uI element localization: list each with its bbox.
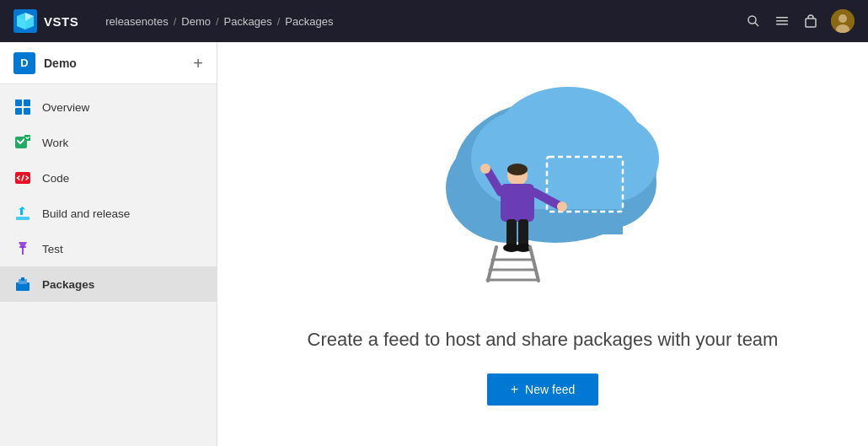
svg-point-41 (557, 202, 567, 212)
search-icon[interactable] (745, 13, 762, 30)
code-icon (13, 169, 32, 187)
project-icon: D (13, 52, 35, 74)
svg-point-39 (480, 164, 490, 174)
sidebar: D Demo + Overview Work (0, 42, 217, 446)
code-label: Code (42, 172, 69, 185)
work-icon (13, 133, 32, 152)
sidebar-item-packages[interactable]: Packages (0, 266, 217, 302)
breadcrumb: releasenotes / Demo / Packages / Package… (105, 15, 735, 28)
app-title: VSTS (44, 14, 78, 29)
top-nav: VSTS releasenotes / Demo / Packages / Pa… (0, 0, 868, 42)
new-feed-label: New feed (525, 383, 575, 396)
work-label: Work (42, 137, 68, 149)
overview-icon (13, 98, 32, 116)
svg-line-5 (755, 23, 758, 26)
breadcrumb-releasenotes[interactable]: releasenotes (105, 15, 168, 28)
logo[interactable]: VSTS (13, 9, 78, 33)
svg-rect-9 (806, 19, 816, 27)
svg-rect-8 (776, 24, 788, 25)
svg-rect-13 (15, 99, 22, 106)
svg-rect-25 (21, 277, 24, 281)
packages-icon (13, 275, 32, 293)
breadcrumb-packages2[interactable]: Packages (285, 15, 333, 28)
svg-point-4 (748, 16, 756, 24)
svg-point-36 (507, 164, 528, 175)
sidebar-item-overview[interactable]: Overview (0, 89, 217, 125)
tagline: Create a feed to host and share packages… (308, 327, 779, 353)
project-name: Demo (44, 56, 77, 70)
breadcrumb-packages1[interactable]: Packages (224, 15, 272, 28)
top-nav-icons (745, 9, 855, 33)
breadcrumb-demo[interactable]: Demo (181, 15, 211, 28)
sidebar-nav: Overview Work Code Buil (0, 84, 217, 307)
sidebar-header: D Demo + (0, 42, 217, 84)
sidebar-item-code[interactable]: Code (0, 160, 217, 196)
svg-rect-14 (24, 99, 30, 106)
svg-rect-21 (16, 217, 29, 220)
new-feed-icon: + (511, 382, 518, 397)
svg-line-47 (530, 247, 538, 281)
avatar[interactable] (831, 9, 855, 33)
svg-rect-16 (24, 108, 30, 115)
test-icon (13, 239, 32, 258)
new-feed-button[interactable]: + New feed (487, 373, 599, 406)
sidebar-item-test[interactable]: Test (0, 231, 217, 266)
project-selector[interactable]: D Demo (13, 52, 77, 74)
build-label: Build and release (42, 207, 130, 220)
build-icon (13, 204, 32, 223)
svg-rect-6 (776, 17, 788, 19)
svg-rect-7 (776, 20, 788, 22)
svg-line-46 (488, 247, 496, 281)
vsts-logo-icon (13, 9, 37, 33)
cloud-illustration (408, 83, 678, 285)
add-project-button[interactable]: + (193, 55, 203, 72)
content-area: Create a feed to host and share packages… (217, 42, 868, 446)
sidebar-item-build[interactable]: Build and release (0, 196, 217, 231)
svg-rect-37 (501, 184, 534, 222)
packages-label: Packages (42, 278, 94, 291)
illustration (408, 83, 678, 302)
test-label: Test (42, 243, 63, 255)
svg-point-11 (839, 14, 847, 23)
overview-label: Overview (42, 101, 89, 114)
list-icon[interactable] (774, 13, 790, 30)
main-layout: D Demo + Overview Work (0, 42, 868, 446)
svg-rect-15 (15, 108, 22, 115)
sidebar-item-work[interactable]: Work (0, 125, 217, 160)
bag-icon[interactable] (802, 13, 819, 30)
